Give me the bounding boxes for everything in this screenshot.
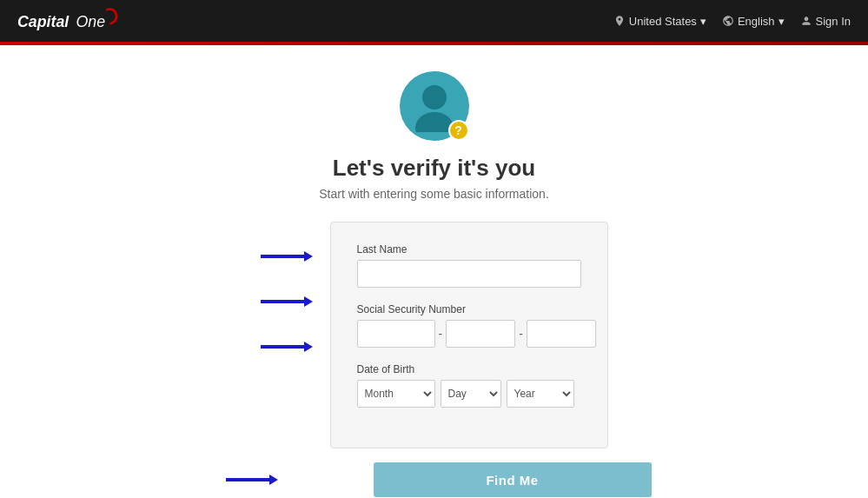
language-selector[interactable]: English ▾ — [722, 15, 785, 28]
language-text: English — [738, 15, 775, 28]
dob-month-select[interactable]: Month JanuaryFebruaryMarch AprilMayJune … — [357, 380, 435, 408]
dob-label: Date of Birth — [357, 363, 581, 375]
svg-marker-7 — [304, 296, 313, 307]
capital-one-logo: Capital One — [17, 7, 118, 35]
signin-text: Sign In — [816, 15, 851, 28]
header-bar: Capital One United States ▾ English ▾ — [0, 0, 868, 42]
dob-year-select[interactable]: Year for(let y=2016;y>=1900;y--) documen… — [507, 380, 574, 408]
header: Capital One United States ▾ English ▾ — [0, 0, 868, 45]
svg-text:One: One — [76, 13, 106, 30]
ssn-dash-2: - — [519, 327, 523, 341]
arrow-3 — [261, 338, 313, 355]
ssn-input-1[interactable] — [357, 320, 435, 348]
svg-marker-5 — [304, 251, 313, 262]
location-selector[interactable]: United States ▾ — [613, 15, 706, 28]
last-name-group: Last Name — [357, 243, 581, 288]
dob-inputs: Month JanuaryFebruaryMarch AprilMayJune … — [357, 380, 581, 408]
svg-marker-9 — [304, 342, 313, 352]
ssn-group: Social Security Number - - — [357, 303, 581, 348]
last-name-input[interactable] — [357, 260, 581, 288]
ssn-input-2[interactable] — [446, 320, 515, 348]
find-me-area: Find Me — [217, 462, 652, 497]
header-nav: United States ▾ English ▾ Sign In — [613, 15, 851, 28]
dob-group: Date of Birth Month JanuaryFebruaryMarch… — [357, 363, 581, 408]
svg-text:Capital: Capital — [17, 13, 70, 30]
arrow-find-me — [226, 471, 278, 488]
ssn-dash-1: - — [439, 327, 443, 341]
location-text: United States — [629, 15, 697, 28]
signin-link[interactable]: Sign In — [800, 15, 851, 28]
svg-point-3 — [415, 112, 454, 132]
main-content: ? Let's verify it's you Start with enter… — [0, 45, 868, 498]
svg-point-2 — [422, 85, 447, 110]
avatar-container: ? — [400, 71, 469, 141]
svg-marker-11 — [269, 475, 278, 485]
last-name-label: Last Name — [357, 243, 581, 256]
find-me-button[interactable]: Find Me — [374, 462, 652, 497]
language-arrow: ▾ — [779, 15, 785, 28]
ssn-inputs: - - — [357, 320, 581, 348]
verify-section: ? Let's verify it's you Start with enter… — [0, 45, 868, 498]
dob-day-select[interactable]: Day for(let i=1;i<=31;i++) document.writ… — [441, 380, 501, 408]
avatar-badge: ? — [448, 120, 469, 141]
ssn-label: Social Security Number — [357, 303, 581, 315]
arrow-indicators — [261, 222, 313, 355]
form-card: Last Name Social Security Number - - — [330, 222, 608, 448]
ssn-input-3[interactable] — [527, 320, 596, 348]
verify-title: Let's verify it's you — [333, 155, 535, 182]
location-arrow: ▾ — [700, 15, 706, 28]
verify-subtitle: Start with entering some basic informati… — [319, 187, 549, 201]
logo-container[interactable]: Capital One — [17, 7, 118, 35]
arrow-2 — [261, 293, 313, 310]
arrow-1 — [261, 248, 313, 265]
